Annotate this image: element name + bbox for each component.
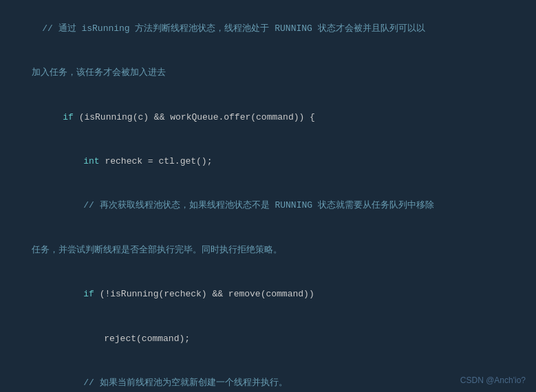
code-line-7: // 如果当前线程池为空就新创建一个线程并执行。	[0, 361, 536, 392]
comment-4b: 任务，并尝试判断线程是否全部执行完毕。同时执行拒绝策略。	[32, 245, 282, 255]
comment-7: // 如果当前线程池为空就新创建一个线程并执行。	[83, 378, 287, 388]
watermark: CSDN @Anch'io?	[460, 375, 526, 385]
code-line-6: reject(command);	[0, 317, 536, 361]
comment-1b: 加入任务，该任务才会被加入进去	[32, 67, 166, 78]
code-line-4: // 再次获取线程池状态，如果线程池状态不是 RUNNING 状态就需要从任务队…	[0, 184, 536, 228]
code-5: (!isRunning(recheck) && remove(command))	[94, 289, 314, 299]
code-line-1b: 加入任务，该任务才会被加入进去	[0, 51, 536, 95]
keyword-if-1: if	[63, 112, 74, 122]
code-line-4b: 任务，并尝试判断线程是否全部执行完毕。同时执行拒绝策略。	[0, 228, 536, 272]
code-line-2: if (isRunning(c) && workQueue.offer(comm…	[0, 96, 536, 140]
keyword-int: int	[83, 156, 99, 166]
code-6: reject(command);	[104, 334, 190, 344]
comment-1: // 通过 isRunning 方法判断线程池状态，线程池处于 RUNNING …	[42, 23, 425, 34]
keyword-if-2: if	[83, 289, 94, 299]
code-container: // 通过 isRunning 方法判断线程池状态，线程池处于 RUNNING …	[0, 0, 536, 392]
code-line-5: if (!isRunning(recheck) && remove(comman…	[0, 272, 536, 316]
code-line-3: int recheck = ctl.get();	[0, 140, 536, 184]
code-2: (isRunning(c) && workQueue.offer(command…	[74, 112, 315, 122]
comment-4: // 再次获取线程池状态，如果线程池状态不是 RUNNING 状态就需要从任务队…	[83, 200, 434, 210]
code-line-1: // 通过 isRunning 方法判断线程池状态，线程池处于 RUNNING …	[0, 7, 536, 51]
code-3: recheck = ctl.get();	[100, 156, 213, 166]
